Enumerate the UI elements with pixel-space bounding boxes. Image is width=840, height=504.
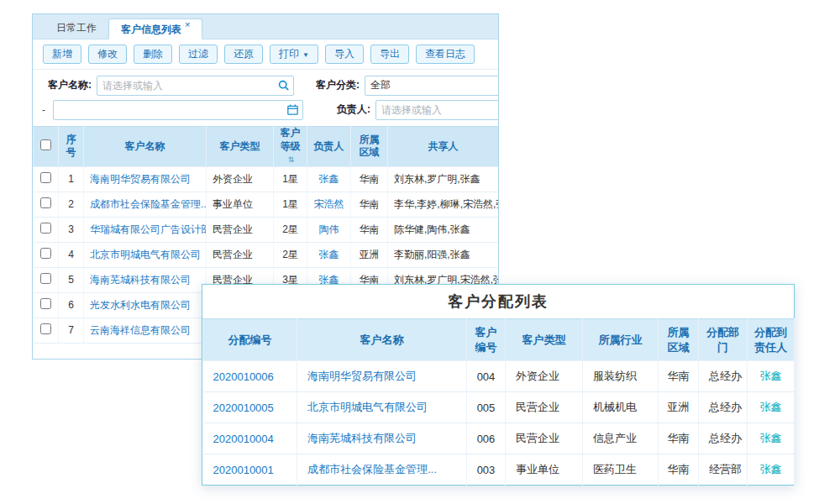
row-checkbox[interactable] (40, 223, 51, 234)
customer-type-cell: 民营企业 (207, 217, 274, 242)
row-checkbox[interactable] (40, 197, 51, 208)
row-number: 4 (59, 242, 84, 267)
customer-name-link[interactable]: 海南芜城科技有限公司 (90, 274, 191, 286)
person-cell: 张鑫 (748, 361, 795, 392)
print-button[interactable]: 打印▼ (270, 45, 318, 64)
customer-name-link[interactable]: 北京市明城电气有限公司 (90, 249, 201, 260)
filter-button[interactable]: 过滤 (179, 45, 218, 64)
owner-link[interactable]: 张鑫 (319, 249, 339, 260)
allocation-table-header-row: 分配编号 客户名称 客户编号 客户类型 所属行业 所属区域 分配部门 分配到责任… (203, 319, 795, 361)
owner-input[interactable] (375, 100, 499, 120)
owner-link[interactable]: 张鑫 (319, 173, 339, 185)
col-header-owner[interactable]: 负责人 (307, 127, 351, 167)
col-header-index[interactable]: 序号 (59, 127, 84, 167)
allocation-row[interactable]: 2020010006海南明华贸易有限公司004外资企业服装纺织华南总经办张鑫 (203, 361, 795, 392)
search-icon[interactable] (278, 80, 289, 91)
row-checkbox[interactable] (40, 248, 51, 259)
customer-level-cell: 2星 (274, 242, 307, 267)
owner-cell: 张鑫 (307, 242, 351, 267)
responsible-person-link[interactable]: 张鑫 (760, 401, 782, 413)
row-checkbox[interactable] (40, 298, 51, 309)
person-cell: 张鑫 (748, 423, 795, 454)
tab-customer-info-list[interactable]: 客户信息列表× (108, 18, 202, 39)
department-cell: 总经办 (699, 392, 748, 423)
col-header-person: 分配到责任人 (748, 319, 795, 361)
customer-category-select[interactable] (365, 76, 499, 96)
responsible-person-link[interactable]: 张鑫 (760, 463, 782, 475)
modify-button[interactable]: 修改 (88, 45, 127, 64)
customer-type-cell: 事业单位 (207, 192, 274, 217)
owner-link[interactable]: 陶伟 (319, 223, 339, 235)
customer-category-label: 客户分类: (316, 78, 360, 92)
row-number: 6 (59, 292, 84, 318)
customer-name-link[interactable]: 光发水利水电有限公司 (90, 299, 191, 311)
shared-people-cell: 刘东林,罗广明,张鑫 (388, 166, 499, 192)
add-button[interactable]: 新增 (43, 45, 81, 64)
col-header-shared[interactable]: 共享人 (388, 127, 499, 167)
customer-name-cell: 云南海祥信息有限公司 (84, 318, 207, 343)
row-checkbox[interactable] (40, 172, 51, 183)
customer-name-cell: 华瑞城有限公司广告设计部 (84, 217, 207, 242)
allocation-row[interactable]: 2020010005北京市明城电气有限公司005民营企业机械机电亚洲总经办张鑫 (203, 392, 795, 423)
customer-row[interactable]: 3华瑞城有限公司广告设计部民营企业2星陶伟华南陈华健,陶伟,张鑫 (34, 217, 499, 242)
allocation-no-link[interactable]: 2020010004 (213, 433, 274, 445)
col-header-name[interactable]: 客户名称 (84, 127, 207, 167)
dropdown-caret-icon: ▼ (302, 51, 309, 59)
col-header-region: 所属区域 (659, 319, 699, 361)
person-cell: 张鑫 (748, 392, 795, 423)
customer-name-link[interactable]: 成都市社会保险基金管理... (90, 198, 207, 210)
filter-area: 客户名称: 客户分类: - (33, 70, 498, 126)
row-checkbox[interactable] (40, 323, 51, 334)
customer-name-link[interactable]: 海南芜城科技有限公司 (307, 432, 417, 444)
customer-name-link[interactable]: 云南海祥信息有限公司 (90, 324, 191, 336)
customer-level-cell: 1星 (274, 166, 307, 192)
person-cell: 张鑫 (748, 454, 795, 486)
customer-name-link[interactable]: 华瑞城有限公司广告设计部 (90, 223, 207, 235)
allocation-no-link[interactable]: 2020010001 (213, 464, 274, 476)
alloc-no-cell: 2020010004 (203, 423, 297, 454)
toolbar: 新增修改删除过滤还原打印▼导入导出查看日志 (33, 39, 498, 70)
customer-no-cell: 006 (467, 423, 506, 454)
customer-row[interactable]: 2成都市社会保险基金管理...事业单位1星宋浩然华南李华,李婷,柳琳,宋浩然,张… (34, 192, 499, 217)
responsible-person-link[interactable]: 张鑫 (760, 432, 782, 444)
export-button[interactable]: 导出 (370, 45, 409, 64)
customer-row[interactable]: 1海南明华贸易有限公司外资企业1星张鑫华南刘东林,罗广明,张鑫 (34, 166, 499, 192)
close-tab-icon[interactable]: × (185, 19, 190, 29)
alloc-no-cell: 2020010001 (203, 454, 297, 486)
row-number: 3 (59, 217, 84, 242)
responsible-person-link[interactable]: 张鑫 (760, 370, 782, 382)
select-all-checkbox[interactable] (40, 139, 51, 150)
col-header-type[interactable]: 客户类型 (207, 127, 274, 167)
allocation-no-link[interactable]: 2020010005 (213, 402, 274, 414)
allocation-row[interactable]: 2020010004海南芜城科技有限公司006民营企业信息产业华南总经办张鑫 (203, 423, 795, 454)
sort-icon[interactable]: ⇅ (288, 155, 295, 164)
calendar-icon[interactable] (287, 104, 298, 115)
owner-cell: 陶伟 (307, 217, 351, 242)
col-header-level[interactable]: 客户等级⇅ (274, 127, 307, 167)
allocation-row[interactable]: 2020010001成都市社会保险基金管理...003事业单位医药卫生华南经营部… (203, 454, 795, 486)
customer-name-cell: 光发水利水电有限公司 (84, 292, 207, 318)
col-header-name: 客户名称 (297, 319, 467, 361)
delete-button[interactable]: 删除 (134, 45, 172, 64)
allocation-no-link[interactable]: 2020010006 (213, 370, 274, 383)
customer-name-link[interactable]: 海南明华贸易有限公司 (307, 370, 417, 382)
customer-name-link[interactable]: 海南明华贸易有限公司 (90, 173, 191, 185)
owner-link[interactable]: 宋浩然 (314, 198, 344, 210)
import-button[interactable]: 导入 (325, 45, 364, 64)
industry-cell: 服装纺织 (583, 361, 659, 392)
restore-button[interactable]: 还原 (224, 45, 263, 64)
date-input[interactable] (53, 100, 303, 120)
col-header-alloc-no: 分配编号 (203, 319, 297, 361)
region-cell: 华南 (659, 454, 699, 486)
customer-name-link[interactable]: 北京市明城电气有限公司 (307, 401, 428, 413)
tab-label: 客户信息列表 (121, 24, 181, 35)
customer-row[interactable]: 4北京市明城电气有限公司民营企业2星张鑫亚洲李勤丽,阳强,张鑫 (34, 242, 499, 267)
customer-name-input[interactable] (97, 76, 294, 96)
row-checkbox[interactable] (40, 273, 51, 284)
customer-name-cell: 海南芜城科技有限公司 (297, 423, 467, 454)
row-number: 2 (59, 192, 84, 217)
view-log-button[interactable]: 查看日志 (416, 45, 475, 64)
customer-name-link[interactable]: 成都市社会保险基金管理... (307, 463, 437, 475)
col-header-region[interactable]: 所属区域 (351, 127, 388, 167)
tab-daily-work[interactable]: 日常工作 (45, 18, 108, 39)
